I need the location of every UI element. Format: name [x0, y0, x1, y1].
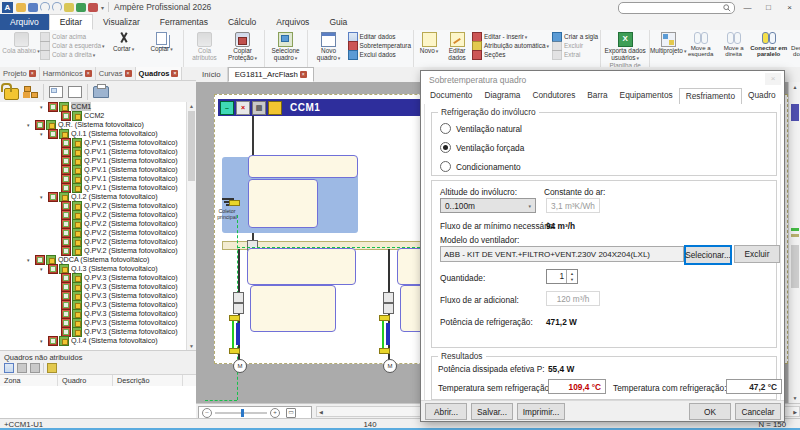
u1-info-box[interactable] — [248, 179, 318, 228]
m1-cable[interactable] — [236, 323, 240, 345]
delete-zone-icon[interactable] — [30, 363, 40, 373]
menu-tab[interactable]: Visualizar — [93, 14, 150, 30]
chevron-down-icon[interactable]: ▾ — [40, 266, 48, 272]
cancel-button[interactable]: Cancelar — [735, 403, 781, 420]
tree-item[interactable]: ▾ Q.PV.2 (Sistema fotovoltaico) — [0, 246, 187, 255]
lock-quadro-icon[interactable] — [268, 101, 282, 115]
scroll-up-icon[interactable]: ▲ — [789, 84, 800, 90]
close-tab-icon[interactable]: × — [29, 70, 36, 77]
tree-item[interactable]: ▾ Q.R. (Sistema fotovoltaico) — [0, 120, 187, 129]
scrollbar-thumb[interactable] — [791, 245, 799, 288]
scroll-down-icon[interactable]: ▼ — [187, 343, 196, 349]
radio-icon[interactable] — [440, 123, 451, 134]
tree-item[interactable]: ▾ Q.PV.1 (Sistema fotovoltaico) — [0, 138, 187, 147]
fit-page-icon[interactable]: ▭ — [286, 408, 296, 418]
tree-item[interactable]: ▾ Q.PV.2 (Sistema fotovoltaico) — [0, 219, 187, 228]
m2-contactor-icon[interactable] — [383, 303, 394, 314]
dialog-tab[interactable]: Documento — [424, 88, 478, 104]
tree-item[interactable]: ▾ Q.PV.2 (Sistema fotovoltaico) — [0, 201, 187, 210]
tree-item[interactable]: ▾ CCM2 — [0, 111, 187, 120]
tab-inicio[interactable]: Início — [196, 67, 228, 82]
dialog-title-bar[interactable]: Sobretemperatura quadro — [421, 71, 784, 88]
close-tab-icon[interactable]: × — [171, 70, 178, 77]
paste-below-button[interactable]: Cola abaixo▾ — [2, 31, 40, 55]
minimize-button[interactable]: — — [737, 0, 758, 14]
tree-item[interactable]: ▾ Q.PV.1 (Sistema fotovoltaico) — [0, 174, 187, 183]
quantity-stepper[interactable]: 1 ▲▼ — [546, 269, 578, 284]
export-user-data-button[interactable]: X Exporta dados usuários▾ — [603, 31, 647, 62]
cooling-radio-option[interactable]: Condicionamento — [440, 161, 524, 172]
m2-cable[interactable] — [386, 323, 390, 345]
tree-item[interactable]: ▾ Q.PV.3 (Sistema fotovoltaico) — [0, 282, 187, 291]
menu-tab[interactable]: Cálculo — [218, 14, 266, 30]
close-tab-icon[interactable]: × — [125, 70, 132, 77]
ground-connector-icon[interactable] — [229, 200, 240, 206]
stepper-arrows-icon[interactable]: ▲▼ — [566, 270, 577, 283]
tree-item[interactable]: ▾ CCM1 — [0, 102, 187, 111]
move-left-button[interactable]: Move a esquerda — [684, 31, 717, 58]
tree-item[interactable]: ▾ Q.PV.1 (Sistema fotovoltaico) — [0, 156, 187, 165]
tree-item[interactable]: ▾ Q.PV.2 (Sistema fotovoltaico) — [0, 228, 187, 237]
select-panel-button[interactable]: Selecione quadro▾ — [267, 31, 305, 62]
tab-eg1811-arcflash[interactable]: EG1811_ArcFlash × — [228, 67, 314, 82]
menu-tab[interactable]: Guia — [319, 14, 357, 30]
copy-button[interactable]: Copiar▾ — [143, 31, 181, 53]
menu-tab[interactable]: Editar — [49, 14, 93, 30]
tree-item[interactable]: ▾ Q.PV.3 (Sistema fotovoltaico) — [0, 327, 187, 336]
hierarchy-icon[interactable] — [24, 86, 38, 98]
search-input[interactable] — [618, 2, 735, 14]
save-button[interactable]: Salvar... — [471, 403, 513, 420]
radio-icon[interactable] — [440, 161, 451, 172]
dialog-tab[interactable]: Quadro — [742, 88, 782, 104]
tree-scrollbar[interactable]: ▲ ▼ — [186, 102, 196, 350]
close-tab-icon[interactable]: × — [85, 70, 92, 77]
new-user-button[interactable]: Novo▾ — [416, 31, 442, 55]
tree-item[interactable]: ▾ Q.PV.3 (Sistema fotovoltaico) — [0, 291, 187, 300]
radio-icon[interactable] — [440, 142, 451, 153]
collapse-icon[interactable]: – — [220, 101, 234, 115]
cut-button[interactable]: Cortar▾ — [105, 31, 143, 53]
panel-tab[interactable]: Harmônicos × — [40, 67, 96, 80]
extract-button[interactable]: Extrai — [552, 50, 598, 59]
zoom-slider-thumb[interactable] — [241, 409, 244, 417]
export-spreadsheet-icon[interactable] — [76, 3, 86, 12]
tree-item[interactable]: ▾ Q.PV.1 (Sistema fotovoltaico) — [0, 165, 187, 174]
tree-item[interactable]: ▾ Q.PV.2 (Sistema fotovoltaico) — [0, 210, 187, 219]
tree-item[interactable]: ▾ Q.PV.1 (Sistema fotovoltaico) — [0, 147, 187, 156]
m1-label-box[interactable] — [247, 248, 356, 285]
panel-tab[interactable]: Projeto × — [0, 67, 40, 80]
tree-item[interactable]: ▾ Q.I.1 (Sistema fotovoltaico) — [0, 129, 187, 138]
disconnect-parallel-button[interactable]: Desconectar do paralelo — [787, 31, 800, 58]
scroll-up-icon[interactable]: ▲ — [187, 103, 196, 109]
assign-panel-icon[interactable] — [4, 363, 14, 373]
cascade-windows-icon[interactable] — [49, 86, 63, 98]
scrollbar-marker[interactable] — [791, 104, 799, 121]
m2-breaker-icon[interactable] — [383, 292, 394, 303]
maximize-button[interactable]: □ — [758, 0, 779, 14]
copy-protection-button[interactable]: Copiar Proteção▾ — [224, 31, 262, 62]
scroll-right-icon[interactable]: ▶ — [793, 409, 797, 415]
move-right-button[interactable]: Move a direita — [717, 31, 750, 58]
delete-fan-button[interactable]: Excluir — [734, 245, 780, 263]
chevron-down-icon[interactable]: ▾ — [40, 131, 48, 137]
close-document-icon[interactable]: × — [300, 71, 307, 78]
print-button[interactable]: Imprimir... — [517, 403, 565, 420]
chevron-down-icon[interactable]: ▾ — [40, 194, 48, 200]
m2-motor-icon[interactable]: M — [383, 359, 397, 373]
scroll-left-icon[interactable]: ◀ — [319, 409, 323, 415]
panel-tab[interactable]: Quadros × — [136, 67, 183, 80]
chevron-down-icon[interactable]: ▾ — [27, 122, 35, 128]
chevron-down-icon[interactable]: ▾ — [27, 257, 35, 263]
new-panel-button[interactable]: Novo quadro▾ — [310, 31, 348, 62]
tree-item[interactable]: ▾ Q.I.3 (Sistema fotovoltaico) — [0, 264, 187, 273]
dialog-tab[interactable]: Resfriamento — [679, 88, 742, 105]
tree-item[interactable]: ▾ Q.PV.1 (Sistema fotovoltaico) — [0, 183, 187, 192]
zoom-out-icon[interactable]: – — [202, 408, 212, 418]
open-icon[interactable] — [16, 3, 26, 12]
scroll-down-icon[interactable]: ▼ — [789, 395, 800, 401]
tree-item[interactable]: ▾ Q.PV.3 (Sistema fotovoltaico) — [0, 318, 187, 327]
unlock-icon[interactable] — [4, 88, 19, 100]
menu-tab[interactable]: Arquivos — [266, 14, 319, 30]
new-window-icon[interactable] — [68, 86, 82, 98]
printer-icon[interactable] — [93, 86, 109, 98]
